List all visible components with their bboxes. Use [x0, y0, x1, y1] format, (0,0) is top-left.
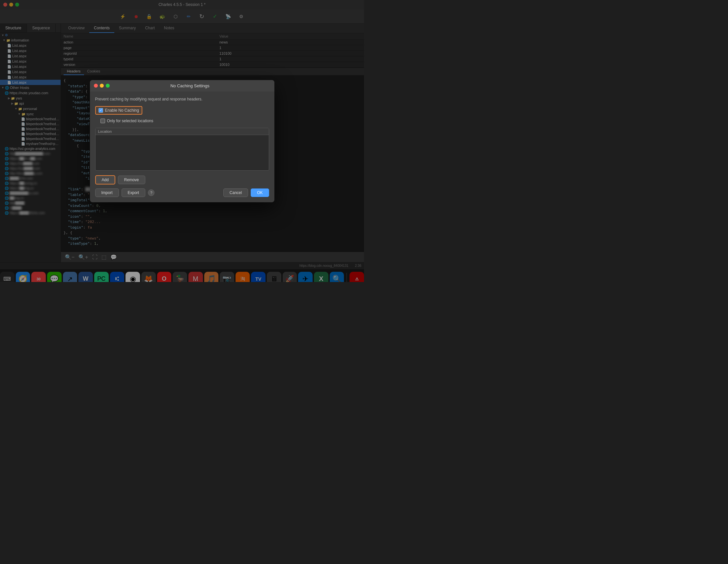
- add-remove-row: Add Remove: [95, 175, 269, 184]
- enable-no-caching-label: Enable No Caching: [105, 108, 139, 113]
- only-selected-locations-label: Only for selected locations: [107, 119, 154, 123]
- modal-description: Prevent caching by modifying request and…: [95, 97, 269, 101]
- modal-overlay: No Caching Settings Prevent caching by m…: [0, 0, 364, 282]
- modal-close-button[interactable]: [94, 84, 98, 88]
- only-selected-locations-checkbox[interactable]: [100, 119, 105, 123]
- only-selected-locations-row: Only for selected locations: [98, 117, 269, 125]
- modal-titlebar: No Caching Settings: [90, 80, 274, 92]
- add-button[interactable]: Add: [95, 175, 115, 184]
- modal-title: No Caching Settings: [110, 83, 270, 88]
- modal-max-button[interactable]: [106, 84, 110, 88]
- only-selected-locations-container[interactable]: Only for selected locations: [98, 117, 156, 125]
- location-table: Location: [95, 128, 269, 171]
- location-table-header: Location: [96, 128, 269, 135]
- modal-min-button[interactable]: [100, 84, 104, 88]
- modal-body: Prevent caching by modifying request and…: [90, 92, 274, 202]
- enable-no-caching-checkbox-container[interactable]: ✓ Enable No Caching: [95, 106, 142, 115]
- no-caching-settings-modal: No Caching Settings Prevent caching by m…: [90, 80, 274, 202]
- ok-button[interactable]: OK: [251, 188, 269, 197]
- help-button[interactable]: ?: [148, 189, 154, 196]
- enable-no-caching-row: ✓ Enable No Caching: [95, 106, 269, 115]
- import-button[interactable]: Import: [95, 188, 119, 197]
- remove-button[interactable]: Remove: [118, 176, 145, 184]
- modal-window-controls: [94, 84, 110, 88]
- bottom-button-row: Import Export ? Cancel OK: [95, 188, 269, 197]
- export-button[interactable]: Export: [122, 188, 146, 197]
- cancel-button[interactable]: Cancel: [223, 188, 248, 197]
- enable-no-caching-checkbox[interactable]: ✓: [98, 108, 103, 113]
